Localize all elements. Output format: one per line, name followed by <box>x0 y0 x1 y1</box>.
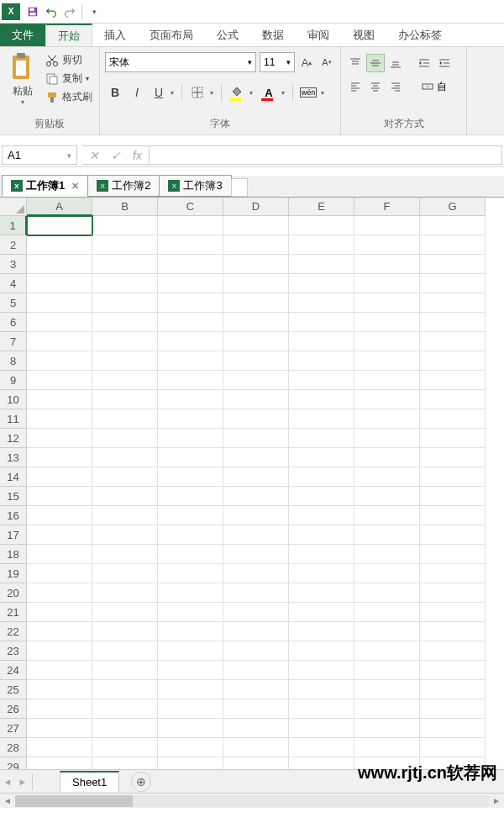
cell[interactable] <box>27 738 92 757</box>
row-header-3[interactable]: 3 <box>0 255 27 274</box>
scroll-left-button[interactable]: ◄ <box>0 794 15 808</box>
format-painter-button[interactable]: 格式刷 <box>44 89 94 105</box>
cell[interactable] <box>92 313 158 332</box>
workbook-tab-1[interactable]: X 工作簿1 ✕ <box>2 175 88 197</box>
cell[interactable] <box>27 448 92 467</box>
cell[interactable] <box>420 622 486 641</box>
enter-formula-button[interactable]: ✓ <box>111 149 121 162</box>
col-header-a[interactable]: A <box>27 198 92 216</box>
cell[interactable] <box>354 216 420 235</box>
cell[interactable] <box>92 409 158 429</box>
cell[interactable] <box>158 564 223 583</box>
cell[interactable] <box>92 564 158 583</box>
cell[interactable] <box>354 429 420 448</box>
cell[interactable] <box>354 351 420 371</box>
cell[interactable] <box>223 564 289 583</box>
cell[interactable] <box>158 525 223 545</box>
align-bottom-button[interactable] <box>386 54 405 72</box>
cell[interactable] <box>354 332 420 351</box>
cell[interactable] <box>354 757 420 769</box>
cell[interactable] <box>223 390 289 409</box>
cell[interactable] <box>27 719 92 738</box>
decrease-font-button[interactable]: A▾ <box>318 53 335 71</box>
cell[interactable] <box>27 661 92 680</box>
cell[interactable] <box>92 757 158 769</box>
cell[interactable] <box>158 409 223 429</box>
borders-dropdown[interactable]: ▾ <box>210 89 217 97</box>
cell[interactable] <box>354 409 420 429</box>
cell[interactable] <box>158 487 223 506</box>
cell[interactable] <box>92 506 158 525</box>
cell[interactable] <box>158 545 223 564</box>
row-header-23[interactable]: 23 <box>0 641 27 661</box>
cell[interactable] <box>420 390 486 409</box>
cell[interactable] <box>289 738 354 757</box>
cell[interactable] <box>354 506 420 525</box>
cell[interactable] <box>354 255 420 274</box>
cell[interactable] <box>289 622 354 641</box>
cell[interactable] <box>223 429 289 448</box>
cell[interactable] <box>420 255 486 274</box>
cell[interactable] <box>289 487 354 506</box>
cell[interactable] <box>420 661 486 680</box>
cell[interactable] <box>27 332 92 351</box>
row-header-20[interactable]: 20 <box>0 583 27 603</box>
row-header-15[interactable]: 15 <box>0 487 27 506</box>
cell[interactable] <box>92 371 158 390</box>
cell[interactable] <box>92 255 158 274</box>
cell[interactable] <box>289 699 354 719</box>
cell[interactable] <box>27 409 92 429</box>
cell[interactable] <box>92 622 158 641</box>
cell[interactable] <box>27 680 92 699</box>
cell[interactable] <box>158 506 223 525</box>
align-top-button[interactable] <box>346 54 365 72</box>
cell[interactable] <box>289 545 354 564</box>
cell[interactable] <box>354 487 420 506</box>
cell[interactable] <box>420 293 486 313</box>
cell[interactable] <box>420 467 486 487</box>
fill-color-button[interactable] <box>226 82 248 103</box>
row-header-22[interactable]: 22 <box>0 622 27 641</box>
cell[interactable] <box>420 545 486 564</box>
cell[interactable] <box>289 448 354 467</box>
font-color-button[interactable]: A <box>258 82 280 103</box>
row-header-26[interactable]: 26 <box>0 699 27 719</box>
tab-formulas[interactable]: 公式 <box>205 24 250 46</box>
col-header-f[interactable]: F <box>354 198 420 216</box>
cell[interactable] <box>223 583 289 603</box>
cell[interactable] <box>289 235 354 255</box>
cell[interactable] <box>289 293 354 313</box>
row-header-12[interactable]: 12 <box>0 429 27 448</box>
workbook-tab-3[interactable]: X 工作簿3 <box>159 175 231 197</box>
cell[interactable] <box>223 351 289 371</box>
cell[interactable] <box>92 274 158 293</box>
cell[interactable] <box>420 738 486 757</box>
cell[interactable] <box>92 545 158 564</box>
scroll-track[interactable] <box>15 795 489 807</box>
scroll-thumb[interactable] <box>15 795 133 807</box>
cell[interactable] <box>92 525 158 545</box>
tab-page-layout[interactable]: 页面布局 <box>138 24 205 46</box>
cell[interactable] <box>354 371 420 390</box>
align-left-button[interactable] <box>346 77 365 96</box>
cell[interactable] <box>158 216 223 235</box>
cell[interactable] <box>354 583 420 603</box>
cell[interactable] <box>420 313 486 332</box>
cell[interactable] <box>223 216 289 235</box>
cell[interactable] <box>420 506 486 525</box>
cell[interactable] <box>354 661 420 680</box>
undo-button[interactable] <box>42 3 60 21</box>
tab-home[interactable]: 开始 <box>45 24 92 46</box>
cell[interactable] <box>92 429 158 448</box>
cell[interactable] <box>289 332 354 351</box>
cell[interactable] <box>354 738 420 757</box>
workbook-tab-2[interactable]: X 工作簿2 <box>87 175 160 197</box>
cell[interactable] <box>27 583 92 603</box>
cell[interactable] <box>289 564 354 583</box>
cell[interactable] <box>158 699 223 719</box>
cell[interactable] <box>223 738 289 757</box>
cell[interactable] <box>420 409 486 429</box>
cell[interactable] <box>289 274 354 293</box>
cell[interactable] <box>354 390 420 409</box>
row-header-21[interactable]: 21 <box>0 603 27 622</box>
